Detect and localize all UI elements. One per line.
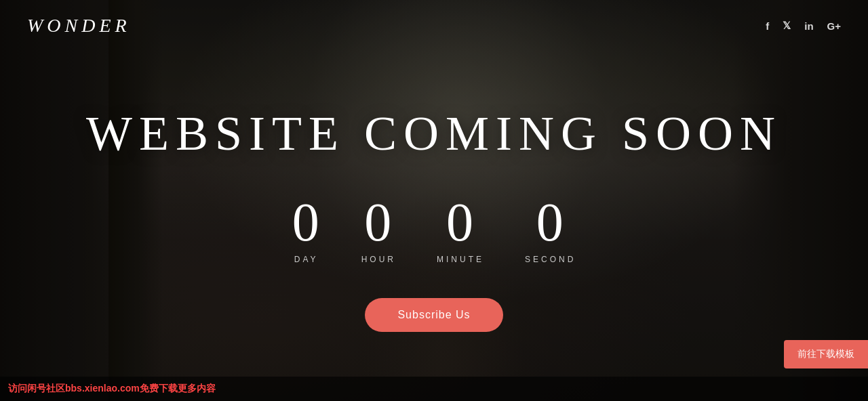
page-title: Website Coming Soon: [86, 107, 782, 161]
second-label: Second: [525, 255, 576, 264]
logo: Wonder: [27, 15, 131, 37]
day-value: 0: [292, 195, 321, 249]
linkedin-icon[interactable]: in: [804, 20, 813, 32]
page-content: Wonder f 𝕏 in G+ Website Coming Soon 0 D…: [0, 0, 868, 401]
subscribe-button[interactable]: Subscribe Us: [365, 298, 502, 332]
social-icons-group: f 𝕏 in G+: [766, 20, 841, 32]
countdown-day: 0 Day: [292, 195, 321, 264]
countdown-hour: 0 Hour: [361, 195, 396, 264]
countdown-timer: 0 Day 0 Hour 0 Minute 0 Second: [292, 195, 576, 264]
day-label: Day: [294, 255, 319, 264]
countdown-minute: 0 Minute: [437, 195, 484, 264]
googleplus-icon[interactable]: G+: [827, 20, 841, 32]
bottom-banner: 访问闲号社区bbs.xienlao.com免费下载更多内容: [0, 377, 868, 401]
facebook-icon[interactable]: f: [766, 20, 769, 32]
twitter-icon[interactable]: 𝕏: [783, 20, 791, 32]
bottom-banner-text: 访问闲号社区bbs.xienlao.com免费下载更多内容: [8, 383, 216, 395]
hero-section: Website Coming Soon 0 Day 0 Hour 0 Minut…: [0, 51, 868, 401]
countdown-second: 0 Second: [525, 195, 576, 264]
minute-label: Minute: [437, 255, 484, 264]
second-value: 0: [536, 195, 565, 249]
minute-value: 0: [446, 195, 475, 249]
download-template-button[interactable]: 前往下载模板: [784, 340, 868, 368]
hour-label: Hour: [361, 255, 396, 264]
hour-value: 0: [364, 195, 393, 249]
header: Wonder f 𝕏 in G+: [0, 0, 868, 51]
